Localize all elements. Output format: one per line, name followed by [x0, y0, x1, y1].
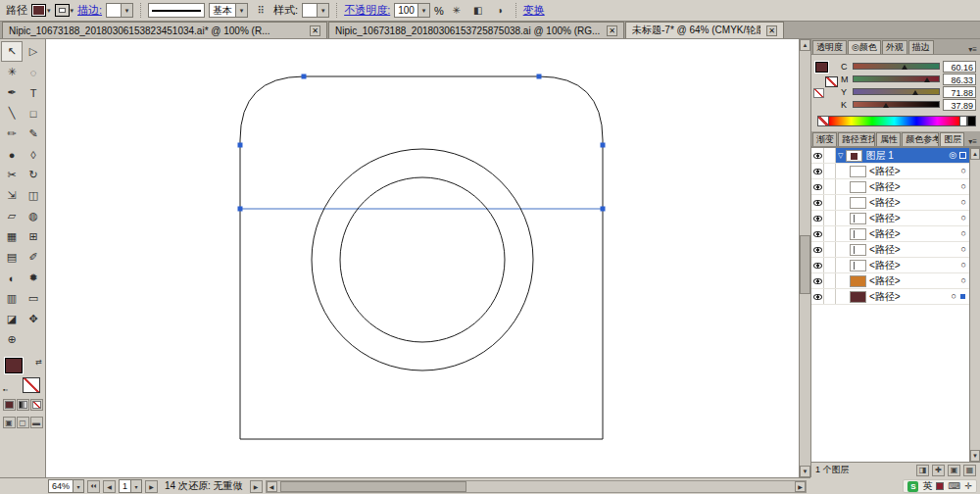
scroll-up-icon[interactable]: ▲	[800, 39, 810, 51]
channel-slider[interactable]	[853, 88, 940, 95]
chevron-down-icon[interactable]: ▾	[235, 4, 247, 17]
lock-toggle[interactable]	[824, 289, 836, 304]
panel-tab[interactable]: 图层	[940, 132, 964, 146]
chevron-down-icon[interactable]: ▾	[317, 4, 328, 17]
visibility-toggle[interactable]	[811, 179, 824, 194]
column-graph-tool[interactable]: ▥	[1, 288, 23, 309]
channel-slider[interactable]	[853, 101, 940, 108]
scroll-down-icon[interactable]: ▼	[800, 466, 810, 477]
color-panel-swatches[interactable]	[815, 62, 839, 87]
lock-toggle[interactable]	[824, 195, 836, 210]
scroll-left-icon[interactable]: ◀	[267, 481, 277, 492]
artboard-number-select[interactable]: 1 ▾	[119, 479, 142, 493]
shape-mode-icon[interactable]: ◑	[491, 3, 509, 19]
target-circle-icon[interactable]: ○	[961, 261, 966, 270]
direct-selection-tool[interactable]: ▷	[23, 41, 44, 62]
width-tool[interactable]: ◫	[23, 185, 44, 206]
visibility-toggle[interactable]	[811, 242, 824, 257]
draw-behind-icon[interactable]: ▢	[17, 417, 29, 428]
scale-tool[interactable]: ⇲	[1, 185, 23, 206]
panel-menu-icon[interactable]: ▾≡	[965, 137, 980, 146]
artboard-tool[interactable]: ▭	[23, 288, 44, 309]
lock-toggle[interactable]	[824, 179, 836, 194]
lens-outer-circle[interactable]	[312, 149, 533, 370]
lens-inner-circle[interactable]	[340, 177, 505, 342]
slider-marker-icon[interactable]	[902, 65, 907, 70]
scroll-right-icon[interactable]: ▶	[795, 481, 806, 492]
visibility-toggle[interactable]	[811, 258, 824, 272]
style-select[interactable]: ▾	[302, 3, 329, 18]
target-circle-icon[interactable]: ○	[961, 229, 966, 238]
lock-toggle[interactable]	[824, 148, 836, 163]
symbol-sprayer-tool[interactable]: ✹	[23, 268, 44, 288]
target-circle-icon[interactable]: ○	[961, 167, 966, 175]
white-swatch[interactable]	[959, 116, 967, 126]
swap-fill-stroke-icon[interactable]: ⇄	[35, 358, 42, 367]
delete-layer-icon[interactable]: ▦	[963, 465, 976, 476]
paintbrush-tool[interactable]: ✏	[1, 124, 23, 144]
horizontal-scrollbar[interactable]: ◀ ▶	[266, 480, 808, 493]
chevron-down-icon[interactable]: ▾	[417, 4, 429, 17]
color-button[interactable]	[3, 399, 16, 411]
layer-row[interactable]: <路径>○	[811, 211, 969, 226]
color-spectrum-bar[interactable]	[829, 116, 959, 126]
first-artboard-icon[interactable]: ⏴⏴	[87, 480, 100, 493]
status-expand-icon[interactable]: ▶	[250, 480, 263, 493]
none-swatch[interactable]	[813, 88, 824, 98]
stroke-swatch[interactable]	[23, 377, 40, 393]
layer-label[interactable]: <路径>	[869, 274, 901, 288]
horizontal-scroll-thumb[interactable]	[280, 481, 466, 492]
document-tab[interactable]: Nipic_10673188_20180306153823451034.ai* …	[2, 22, 327, 38]
visibility-toggle[interactable]	[811, 211, 824, 225]
brush-definition-select[interactable]: 基本 ▾	[209, 3, 248, 18]
visibility-toggle[interactable]	[811, 148, 824, 163]
tab-close-icon[interactable]: ✕	[766, 25, 777, 36]
type-tool[interactable]: T	[23, 82, 44, 103]
layer-label[interactable]: 图层 1	[865, 149, 893, 163]
tab-close-icon[interactable]: ✕	[310, 25, 320, 36]
layer-row[interactable]: <路径>○	[811, 258, 969, 273]
panel-tab[interactable]: 属性	[876, 132, 901, 146]
artboard-canvas[interactable]	[46, 39, 799, 477]
line-segment-tool[interactable]: ╲	[1, 103, 23, 124]
rotate-tool[interactable]: ↻	[23, 165, 44, 185]
layer-label[interactable]: <路径>	[869, 180, 901, 194]
isolate-selected-icon[interactable]: ◧	[469, 3, 487, 19]
new-layer-icon[interactable]: ▣	[948, 465, 960, 476]
layer-row[interactable]: <路径>○	[811, 195, 969, 211]
recolor-artwork-icon[interactable]: ⠿	[252, 3, 270, 19]
layer-label[interactable]: <路径>	[869, 196, 901, 210]
panel-tab[interactable]: 外观	[882, 40, 907, 54]
gradient-button[interactable]	[17, 399, 29, 411]
document-tab[interactable]: Nipic_10673188_20180306153725875038.ai @…	[328, 22, 624, 38]
sogou-logo-icon[interactable]: S	[907, 481, 918, 492]
panel-menu-icon[interactable]: ▾≡	[965, 45, 980, 54]
visibility-toggle[interactable]	[811, 273, 824, 288]
next-artboard-icon[interactable]: ▶	[145, 480, 158, 493]
visibility-toggle[interactable]	[811, 164, 824, 178]
channel-value[interactable]: 60.16	[943, 61, 976, 73]
settings-icon[interactable]: ✛	[964, 481, 972, 491]
pen-tool[interactable]: ✒	[1, 82, 23, 103]
variable-width-profile[interactable]	[148, 3, 205, 18]
vertical-scrollbar[interactable]: ▲ ▼	[799, 39, 810, 477]
shape-builder-tool[interactable]: ◍	[23, 206, 44, 226]
chevron-down-icon[interactable]: ▾	[73, 480, 83, 492]
prev-artboard-icon[interactable]: ◀	[103, 480, 116, 493]
fill-swatch[interactable]	[815, 62, 828, 73]
channel-slider[interactable]	[853, 63, 940, 70]
slider-marker-icon[interactable]	[924, 77, 930, 82]
panel-tab[interactable]: 透明度	[812, 40, 847, 54]
zoom-tool[interactable]: ⊕	[1, 329, 23, 350]
layer-row[interactable]: <路径>○	[811, 289, 969, 305]
screen-mode-icon[interactable]: ▬	[30, 417, 43, 428]
magic-wand-tool[interactable]: ✳	[1, 62, 23, 82]
slice-tool[interactable]: ◪	[1, 309, 23, 329]
hand-tool[interactable]: ✥	[23, 309, 44, 329]
none-button[interactable]	[30, 399, 43, 411]
layer-label[interactable]: <路径>	[869, 227, 901, 241]
target-circle-icon[interactable]: ◎	[949, 151, 956, 160]
zoom-select[interactable]: 64% ▾	[48, 479, 84, 493]
selection-tool[interactable]: ↖	[1, 41, 23, 62]
expand-triangle-icon[interactable]: ▽	[838, 152, 843, 160]
